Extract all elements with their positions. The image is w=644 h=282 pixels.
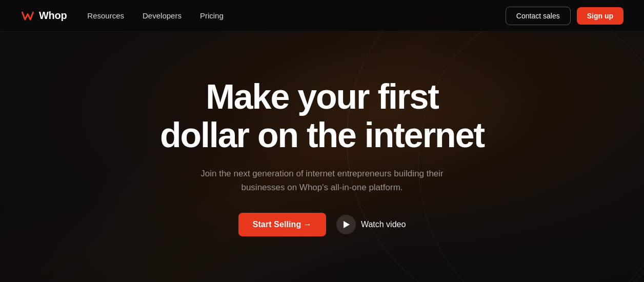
contact-sales-button[interactable]: Contact sales xyxy=(506,7,571,25)
navbar-right: Contact sales Sign up xyxy=(506,7,623,25)
navbar-left: Whop Resources Developers Pricing xyxy=(21,9,224,23)
logo[interactable]: Whop xyxy=(21,9,67,23)
logo-icon xyxy=(21,9,35,23)
play-icon-circle xyxy=(336,215,356,234)
hero-title-line1: Make your first xyxy=(206,77,438,116)
signup-button[interactable]: Sign up xyxy=(577,7,623,25)
watch-video-label: Watch video xyxy=(361,220,406,229)
nav-link-developers[interactable]: Developers xyxy=(143,11,182,20)
hero-actions: Start Selling → Watch video xyxy=(238,213,406,236)
nav-links: Resources Developers Pricing xyxy=(87,11,223,20)
logo-text: Whop xyxy=(39,10,67,22)
start-selling-button[interactable]: Start Selling → xyxy=(238,213,326,236)
hero-title: Make your first dollar on the internet xyxy=(160,77,484,154)
nav-link-resources[interactable]: Resources xyxy=(87,11,124,20)
navbar: Whop Resources Developers Pricing Contac… xyxy=(0,0,644,32)
watch-video-button[interactable]: Watch video xyxy=(336,215,406,234)
hero-section: Make your first dollar on the internet J… xyxy=(0,32,644,282)
play-icon xyxy=(344,221,350,228)
hero-title-line2: dollar on the internet xyxy=(160,115,484,154)
hero-subtitle: Join the next generation of internet ent… xyxy=(199,167,445,194)
nav-link-pricing[interactable]: Pricing xyxy=(200,11,224,20)
